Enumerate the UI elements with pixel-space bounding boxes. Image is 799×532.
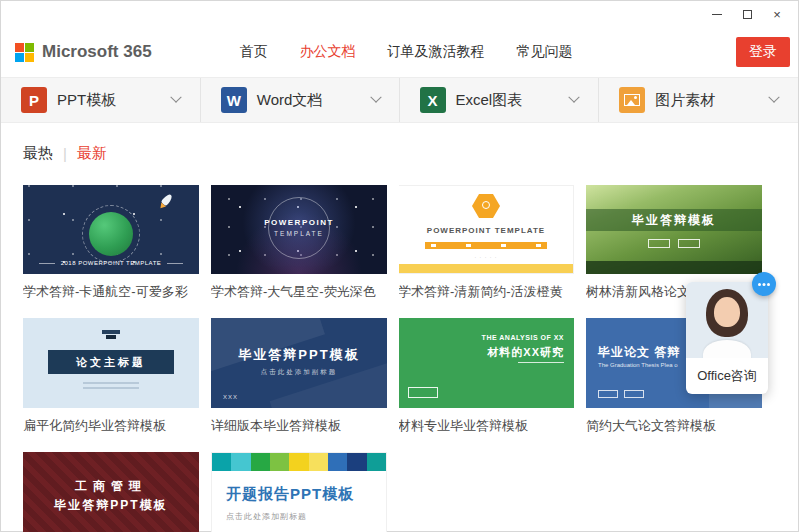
filter-hottest[interactable]: 最热 — [23, 144, 53, 163]
maximize-button[interactable] — [732, 4, 762, 24]
template-card-7[interactable]: THE ANALYSIS OF XX 材料的XX研究 材料专业毕业答辩模板 — [399, 318, 574, 434]
thumb-line2: 材料的XX研究 — [487, 345, 564, 360]
category-label: Word文档 — [257, 91, 323, 110]
thumb-text: POWERPOINT TEMPLATE — [211, 218, 387, 237]
graduation-cap-icon — [102, 330, 120, 334]
thumb-lines — [23, 382, 199, 389]
nav-orders-tutorials[interactable]: 订单及激活教程 — [388, 43, 485, 61]
template-card-6[interactable]: 毕业答辩PPT模板 点击此处添加副标题 XXX 详细版本毕业答辩模板 — [211, 318, 387, 434]
thumb-footer-band — [586, 261, 762, 274]
minimize-button[interactable] — [702, 4, 732, 24]
thumb-title: 毕业论文 答辩 — [598, 344, 680, 361]
image-icon — [619, 87, 645, 113]
logo-text: Microsoft 365 — [42, 42, 152, 62]
category-label: Excel图表 — [456, 91, 523, 110]
category-label: PPT模板 — [57, 91, 116, 110]
earth-icon — [89, 212, 133, 256]
template-thumbnail[interactable]: POWERPOINT TEMPLATE · · · · · — [399, 185, 574, 274]
category-bar: P PPT模板 W Word文档 X Excel图表 图片素材 — [1, 77, 798, 123]
template-thumbnail[interactable]: POWERPOINT TEMPLATE — [211, 185, 387, 274]
chevron-down-icon — [768, 92, 779, 103]
chevron-down-icon — [370, 92, 381, 103]
template-thumbnail[interactable]: 毕业答辩PPT模板 点击此处添加副标题 XXX — [211, 318, 387, 408]
chat-bubble-icon[interactable] — [752, 272, 776, 296]
rocket-icon — [157, 193, 173, 211]
thumb-title: 毕业答辩PPT模板 — [211, 346, 387, 364]
thumb-line2: 毕业答辩PPT模板 — [23, 497, 199, 514]
sort-filters: 最热 | 最新 — [23, 143, 798, 163]
app-window: × Microsoft 365 首页 办公文档 订单及激活教程 常见问题 登录 … — [0, 0, 799, 532]
thumb-underline — [518, 362, 564, 363]
template-card-9[interactable]: 工商管理 毕业答辩PPT模板 — [23, 452, 199, 532]
template-title[interactable]: 详细版本毕业答辩模板 — [211, 418, 387, 434]
login-button[interactable]: 登录 — [736, 37, 790, 67]
template-title[interactable]: 扁平化简约毕业答辩模板 — [23, 418, 199, 434]
close-button[interactable]: × — [762, 4, 792, 24]
nav-faq[interactable]: 常见问题 — [517, 43, 573, 61]
template-card-10[interactable]: 开题报告PPT模板 点击此处添加副标题 — [211, 452, 387, 532]
template-thumbnail[interactable]: THE ANALYSIS OF XX 材料的XX研究 — [399, 318, 574, 408]
template-card-5[interactable]: 论文主标题 扁平化简约毕业答辩模板 — [23, 318, 199, 434]
template-card-1[interactable]: 2018 POWERPOINT TEMPLATE 学术答辩-卡通航空-可爱多彩 — [23, 185, 199, 300]
category-ppt[interactable]: P PPT模板 — [1, 78, 201, 122]
category-excel[interactable]: X Excel图表 — [400, 78, 600, 122]
category-images[interactable]: 图片素材 — [599, 78, 798, 122]
thumb-subtitle: 点击此处添加副标题 — [226, 511, 386, 522]
thumb-line1: THE ANALYSIS OF XX — [482, 334, 564, 341]
word-icon: W — [221, 87, 247, 113]
nav-home[interactable]: 首页 — [240, 43, 268, 61]
thumb-title: POWERPOINT TEMPLATE — [400, 226, 573, 235]
template-thumbnail[interactable]: 2018 POWERPOINT TEMPLATE — [23, 185, 199, 274]
filter-divider: | — [63, 145, 67, 162]
powerpoint-icon: P — [21, 87, 47, 113]
template-title[interactable]: 学术答辩-大气星空-荧光深色 — [211, 284, 387, 300]
customer-service-widget[interactable]: Office咨询 — [686, 282, 768, 394]
chat-dots-icon — [758, 283, 761, 286]
template-title[interactable]: 材料专业毕业答辩模板 — [399, 418, 574, 434]
template-title[interactable]: 学术答辩-清新简约-活泼橙黄 — [399, 284, 574, 300]
template-thumbnail[interactable]: 工商管理 毕业答辩PPT模板 — [23, 452, 199, 532]
template-grid: 2018 POWERPOINT TEMPLATE 学术答辩-卡通航空-可爱多彩 … — [1, 185, 798, 532]
thumb-box — [408, 387, 438, 398]
microsoft-logo[interactable]: Microsoft 365 — [15, 42, 152, 62]
nav-office-docs[interactable]: 办公文档 — [300, 43, 356, 61]
template-card-2[interactable]: POWERPOINT TEMPLATE 学术答辩-大气星空-荧光深色 — [211, 185, 387, 300]
thumb-subtitle: The Graduation Thesis Plea o — [598, 362, 678, 368]
avatar-body — [703, 340, 751, 358]
thumb-line1: 工商管理 — [23, 478, 199, 495]
template-thumbnail[interactable]: 毕业答辩模板 — [586, 185, 762, 274]
template-title[interactable]: 学术答辩-卡通航空-可爱多彩 — [23, 284, 199, 300]
excel-icon: X — [420, 87, 446, 113]
thumb-banner: 2018 POWERPOINT TEMPLATE — [23, 260, 199, 266]
maximize-icon — [743, 10, 752, 19]
category-word[interactable]: W Word文档 — [201, 78, 400, 122]
filter-newest[interactable]: 最新 — [77, 144, 107, 163]
customer-service-label: Office咨询 — [686, 358, 768, 394]
graduation-cap-base-icon — [106, 335, 116, 339]
title-bar: × — [1, 1, 798, 27]
avatar-face — [714, 297, 740, 327]
minimize-icon — [712, 14, 722, 15]
template-card-3[interactable]: POWERPOINT TEMPLATE · · · · · 学术答辩-清新简约-… — [399, 185, 574, 300]
chevron-down-icon — [569, 92, 580, 103]
template-thumbnail[interactable]: 论文主标题 — [23, 318, 199, 408]
thumb-subtext: · · · · · — [400, 254, 573, 260]
thumb-bar — [425, 242, 547, 249]
template-title[interactable]: 简约大气论文答辩模板 — [586, 418, 762, 434]
close-icon: × — [773, 8, 781, 21]
thumb-title-band: 毕业答辩模板 — [586, 209, 762, 231]
chevron-down-icon — [170, 92, 181, 103]
category-label: 图片素材 — [655, 91, 715, 110]
header: Microsoft 365 首页 办公文档 订单及激活教程 常见问题 登录 — [1, 27, 798, 77]
template-thumbnail[interactable]: 开题报告PPT模板 点击此处添加副标题 — [211, 452, 387, 532]
thumb-boxes — [586, 239, 762, 248]
main-nav: 首页 办公文档 订单及激活教程 常见问题 — [240, 43, 573, 61]
thumb-footer-text: XXX — [223, 394, 238, 400]
overlay-shape — [270, 358, 387, 408]
thumb-title-banner: 论文主标题 — [48, 350, 175, 374]
mountain-icon — [627, 100, 635, 105]
thumb-subtitle: 点击此处添加副标题 — [211, 368, 387, 377]
thumb-title: 开题报告PPT模板 — [226, 485, 386, 504]
thumb-footer-band — [400, 264, 573, 273]
mosaic-strip — [212, 453, 386, 471]
